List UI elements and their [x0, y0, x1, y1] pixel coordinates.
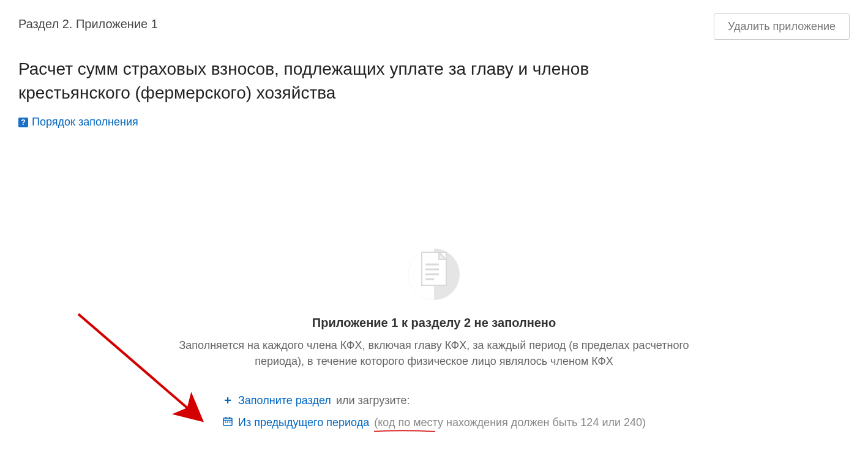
page-title: Расчет сумм страховых взносов, подлежащи… [18, 57, 661, 105]
prev-period-link[interactable]: Из предыдущего периода [238, 416, 369, 429]
calendar-icon [222, 416, 233, 429]
prev-period-row: Из предыдущего периода (код по месту нах… [222, 416, 646, 429]
svg-rect-10 [227, 422, 228, 423]
help-link[interactable]: ? Порядок заполнения [18, 116, 138, 129]
empty-state-description: Заполняется на каждого члена КФХ, включа… [177, 337, 691, 369]
fill-section-row: + Заполните раздел или загрузите: [222, 394, 646, 408]
section-label: Раздел 2. Приложение 1 [18, 17, 158, 31]
prev-period-note: (код по месту нахождения должен быть 124… [374, 416, 646, 429]
svg-rect-9 [225, 422, 226, 423]
help-icon: ? [18, 118, 28, 127]
fill-section-link[interactable]: Заполните раздел [238, 394, 331, 407]
plus-icon: + [222, 394, 233, 408]
fill-section-suffix: или загрузите: [336, 394, 410, 407]
empty-state-title: Приложение 1 к разделу 2 не заполнено [0, 316, 868, 330]
annotation-underline [374, 430, 435, 433]
delete-appendix-button[interactable]: Удалить приложение [714, 13, 850, 40]
empty-document-icon [403, 244, 465, 305]
help-link-label: Порядок заполнения [32, 116, 138, 129]
svg-rect-11 [229, 422, 230, 423]
